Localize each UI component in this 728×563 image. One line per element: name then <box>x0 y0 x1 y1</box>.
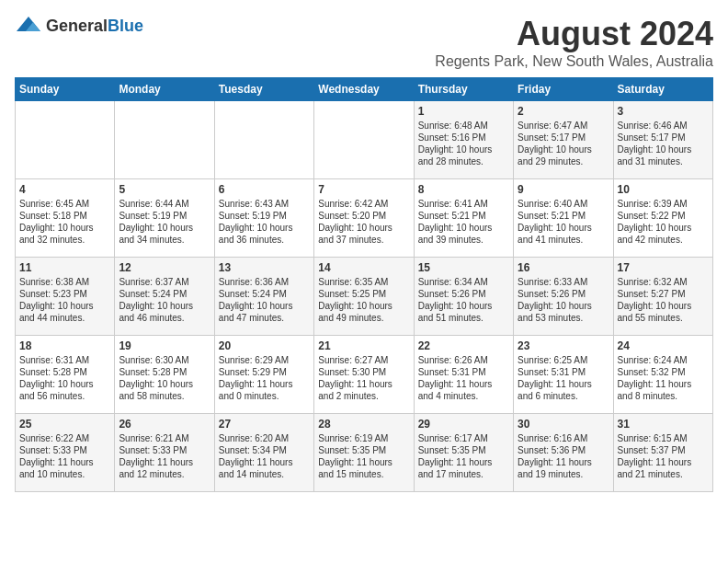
daylight-minutes: and 53 minutes. <box>518 312 609 324</box>
day-info: Sunset: 5:28 PM <box>19 366 110 378</box>
daylight-minutes: and 56 minutes. <box>19 390 110 402</box>
day-cell <box>16 101 115 179</box>
day-cell <box>314 101 414 179</box>
day-info: Sunset: 5:18 PM <box>19 210 110 222</box>
day-number: 27 <box>219 418 310 431</box>
day-info: Sunset: 5:29 PM <box>219 366 310 378</box>
day-info: Sunrise: 6:29 AM <box>219 354 310 366</box>
day-number: 2 <box>518 105 609 118</box>
daylight-minutes: and 2 minutes. <box>318 390 409 402</box>
week-row-3: 11Sunrise: 6:38 AMSunset: 5:23 PMDayligh… <box>16 258 713 336</box>
day-info: Sunset: 5:20 PM <box>318 210 409 222</box>
day-cell: 26Sunrise: 6:21 AMSunset: 5:33 PMDayligh… <box>115 414 214 492</box>
day-info: Sunrise: 6:42 AM <box>318 198 409 210</box>
daylight-minutes: and 47 minutes. <box>219 312 310 324</box>
day-number: 24 <box>618 339 709 352</box>
day-number: 28 <box>318 418 409 431</box>
daylight-minutes: and 19 minutes. <box>518 468 609 480</box>
daylight-label: Daylight: 10 hours <box>518 300 609 312</box>
daylight-minutes: and 4 minutes. <box>418 390 509 402</box>
day-number: 7 <box>318 183 409 196</box>
day-number: 3 <box>618 105 709 118</box>
daylight-minutes: and 29 minutes. <box>518 155 609 167</box>
day-cell: 25Sunrise: 6:22 AMSunset: 5:33 PMDayligh… <box>16 414 115 492</box>
day-info: Sunset: 5:24 PM <box>219 288 310 300</box>
day-info: Sunrise: 6:45 AM <box>19 198 110 210</box>
daylight-label: Daylight: 10 hours <box>219 300 310 312</box>
day-cell <box>214 101 313 179</box>
day-cell: 24Sunrise: 6:24 AMSunset: 5:32 PMDayligh… <box>613 336 712 414</box>
daylight-label: Daylight: 10 hours <box>19 222 110 234</box>
day-info: Sunset: 5:34 PM <box>219 444 310 456</box>
day-info: Sunrise: 6:26 AM <box>418 354 509 366</box>
daylight-label: Daylight: 11 hours <box>618 378 709 390</box>
day-number: 30 <box>518 418 609 431</box>
daylight-label: Daylight: 10 hours <box>19 378 110 390</box>
day-cell: 2Sunrise: 6:47 AMSunset: 5:17 PMDaylight… <box>514 101 613 179</box>
day-number: 4 <box>19 183 110 196</box>
header-thursday: Thursday <box>414 78 513 101</box>
daylight-minutes: and 44 minutes. <box>19 312 110 324</box>
daylight-label: Daylight: 11 hours <box>119 456 210 468</box>
day-info: Sunset: 5:31 PM <box>518 366 609 378</box>
day-number: 16 <box>518 261 609 274</box>
daylight-label: Daylight: 10 hours <box>418 222 509 234</box>
day-info: Sunrise: 6:32 AM <box>618 276 709 288</box>
day-info: Sunrise: 6:30 AM <box>119 354 210 366</box>
day-number: 18 <box>19 339 110 352</box>
daylight-label: Daylight: 11 hours <box>19 456 110 468</box>
day-cell: 4Sunrise: 6:45 AMSunset: 5:18 PMDaylight… <box>16 179 115 258</box>
daylight-label: Daylight: 10 hours <box>318 300 409 312</box>
day-info: Sunrise: 6:33 AM <box>518 276 609 288</box>
daylight-minutes: and 42 minutes. <box>618 234 709 246</box>
day-number: 10 <box>618 183 709 196</box>
day-info: Sunrise: 6:40 AM <box>518 198 609 210</box>
day-number: 31 <box>618 418 709 431</box>
daylight-minutes: and 31 minutes. <box>618 155 709 167</box>
week-row-2: 4Sunrise: 6:45 AMSunset: 5:18 PMDaylight… <box>16 179 713 258</box>
daylight-label: Daylight: 10 hours <box>318 222 409 234</box>
day-info: Sunrise: 6:34 AM <box>418 276 509 288</box>
header-friday: Friday <box>514 78 613 101</box>
daylight-minutes: and 49 minutes. <box>318 312 409 324</box>
day-cell: 12Sunrise: 6:37 AMSunset: 5:24 PMDayligh… <box>115 258 214 336</box>
day-info: Sunrise: 6:31 AM <box>19 354 110 366</box>
daylight-label: Daylight: 10 hours <box>618 144 709 155</box>
day-info: Sunset: 5:30 PM <box>318 366 409 378</box>
daylight-minutes: and 14 minutes. <box>219 468 310 480</box>
day-cell: 18Sunrise: 6:31 AMSunset: 5:28 PMDayligh… <box>16 336 115 414</box>
header-sunday: Sunday <box>16 78 115 101</box>
day-number: 20 <box>219 339 310 352</box>
day-number: 29 <box>418 418 509 431</box>
daylight-minutes: and 41 minutes. <box>518 234 609 246</box>
calendar-header-row: Sunday Monday Tuesday Wednesday Thursday… <box>16 78 713 101</box>
daylight-minutes: and 17 minutes. <box>418 468 509 480</box>
day-cell: 8Sunrise: 6:41 AMSunset: 5:21 PMDaylight… <box>414 179 513 258</box>
day-info: Sunrise: 6:17 AM <box>418 432 509 444</box>
day-number: 19 <box>119 339 210 352</box>
header-tuesday: Tuesday <box>214 78 313 101</box>
day-info: Sunset: 5:35 PM <box>318 444 409 456</box>
daylight-label: Daylight: 10 hours <box>618 222 709 234</box>
day-number: 8 <box>418 183 509 196</box>
logo-general: General <box>46 17 108 35</box>
day-info: Sunset: 5:27 PM <box>618 288 709 300</box>
logo-icon <box>15 15 42 37</box>
day-cell: 30Sunrise: 6:16 AMSunset: 5:36 PMDayligh… <box>514 414 613 492</box>
day-info: Sunrise: 6:25 AM <box>518 354 609 366</box>
day-number: 21 <box>318 339 409 352</box>
calendar-table: Sunday Monday Tuesday Wednesday Thursday… <box>15 77 713 492</box>
day-info: Sunset: 5:35 PM <box>418 444 509 456</box>
logo-blue-text: Blue <box>108 17 143 35</box>
daylight-label: Daylight: 10 hours <box>219 222 310 234</box>
day-cell: 28Sunrise: 6:19 AMSunset: 5:35 PMDayligh… <box>314 414 414 492</box>
day-number: 13 <box>219 261 310 274</box>
day-cell: 6Sunrise: 6:43 AMSunset: 5:19 PMDaylight… <box>214 179 313 258</box>
day-info: Sunrise: 6:38 AM <box>19 276 110 288</box>
day-info: Sunrise: 6:35 AM <box>318 276 409 288</box>
daylight-minutes: and 12 minutes. <box>119 468 210 480</box>
daylight-label: Daylight: 11 hours <box>219 456 310 468</box>
day-cell: 11Sunrise: 6:38 AMSunset: 5:23 PMDayligh… <box>16 258 115 336</box>
calendar-title: August 2024 <box>435 15 713 53</box>
daylight-minutes: and 0 minutes. <box>219 390 310 402</box>
